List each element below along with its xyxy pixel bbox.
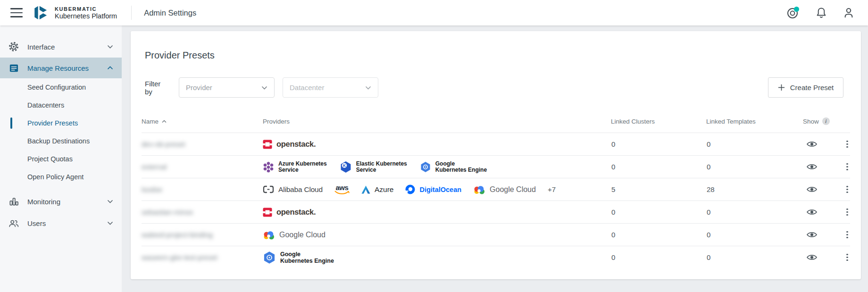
aks-icon — [263, 161, 274, 173]
more-providers-count: +7 — [548, 185, 556, 193]
preset-name-redacted: sebastian-minox — [142, 208, 193, 216]
manage-resources-icon — [8, 63, 19, 73]
provider-google-kubernetes-engine: GoogleKubernetes Engine — [420, 161, 487, 173]
alibaba-cloud-icon — [263, 185, 274, 193]
row-menu-icon[interactable] — [843, 209, 852, 216]
row-menu-icon[interactable] — [843, 163, 852, 171]
show-eye-icon[interactable] — [807, 163, 830, 170]
plus-icon — [778, 84, 785, 91]
sidebar-item-backup-destinations[interactable]: Backup Destinations — [0, 132, 122, 150]
main-content: Provider Presets Filter by Provider Data… — [122, 25, 868, 292]
provider-google-cloud: Google Cloud — [473, 185, 536, 194]
sort-ascending-icon — [162, 120, 167, 123]
provider-aws: aws — [334, 184, 350, 195]
show-eye-icon[interactable] — [807, 254, 830, 261]
table-row[interactable]: sebastian-minox openstack. — [142, 200, 850, 223]
sub-item-label: Datacenters — [27, 101, 64, 109]
sidebar-item-monitoring[interactable]: Monitoring — [0, 191, 122, 212]
provider-filter-placeholder: Provider — [186, 83, 212, 92]
create-preset-button[interactable]: Create Preset — [768, 77, 843, 98]
sidebar-item-seed-configuration[interactable]: Seed Configuration — [0, 78, 122, 96]
hamburger-menu-icon[interactable] — [10, 8, 23, 17]
preset-name-redacted: waleed-project-binding — [142, 231, 213, 239]
google-cloud-icon — [263, 230, 275, 240]
chevron-down-icon — [261, 86, 267, 90]
azure-icon — [361, 185, 370, 194]
table-row[interactable]: waleed-project-binding Goog — [142, 223, 850, 246]
sidebar-item-provider-presets[interactable]: Provider Presets — [0, 114, 122, 132]
table-row[interactable]: dev-ob-preset openstack. — [142, 133, 850, 155]
row-menu-icon[interactable] — [843, 186, 852, 193]
provider-azure-kubernetes-service: Azure KubernetesService — [263, 161, 327, 173]
provider-digitalocean: DigitalOcean — [405, 184, 461, 194]
chevron-down-icon — [107, 45, 113, 49]
info-icon[interactable]: i — [822, 117, 830, 125]
chevron-up-icon — [107, 66, 113, 70]
preset-name-redacted: external — [142, 163, 167, 171]
sidebar-item-datacenters[interactable]: Datacenters — [0, 96, 122, 114]
svg-text:K: K — [343, 163, 346, 167]
brand-subtitle: Kubernetes Platform — [55, 12, 117, 20]
bar-chart-icon — [8, 197, 19, 207]
row-menu-icon[interactable] — [843, 141, 852, 148]
gke-icon — [263, 251, 276, 264]
google-cloud-icon — [473, 185, 485, 194]
preset-name-redacted: loodse — [142, 185, 162, 193]
show-eye-icon[interactable] — [807, 186, 830, 193]
brand: KUBERMATIC Kubernetes Platform — [32, 4, 117, 22]
linked-templates-value: 0 — [706, 163, 803, 171]
column-header-linked-templates: Linked Templates — [706, 118, 803, 125]
sidebar-item-users[interactable]: Users — [0, 212, 122, 234]
table-row[interactable]: external — [142, 155, 850, 178]
linked-templates-value: 0 — [706, 231, 803, 239]
chevron-down-icon — [107, 221, 113, 225]
brand-name: KUBERMATIC — [55, 6, 117, 12]
sidebar-item-project-quotas[interactable]: Project Quotas — [0, 150, 122, 168]
linked-templates-value: 0 — [706, 253, 803, 261]
card-title: Provider Presets — [145, 50, 847, 61]
row-menu-icon[interactable] — [843, 254, 852, 261]
digitalocean-icon — [405, 184, 415, 194]
datacenter-filter-select[interactable]: Datacenter — [283, 77, 378, 98]
page-title: Admin Settings — [144, 8, 196, 17]
table-header-row: Name Providers Linked Clusters Linked Te… — [142, 110, 850, 133]
preset-name-redacted: dev-ob-preset — [142, 140, 185, 148]
provider-filter-select[interactable]: Provider — [179, 77, 275, 98]
user-account-icon[interactable] — [843, 7, 855, 19]
users-icon — [8, 218, 19, 228]
column-header-show: Show i — [803, 117, 830, 125]
changelog-icon[interactable] — [786, 6, 800, 20]
sidebar-item-interface[interactable]: Interface — [0, 36, 122, 58]
linked-clusters-value: 0 — [611, 253, 706, 261]
column-header-name[interactable]: Name — [142, 118, 263, 125]
sidebar-item-open-policy-agent[interactable]: Open Policy Agent — [0, 168, 122, 186]
sidebar-item-label: Users — [27, 219, 46, 227]
linked-clusters-value: 0 — [611, 140, 706, 148]
gke-icon — [420, 161, 431, 173]
datacenter-filter-placeholder: Datacenter — [290, 83, 324, 92]
show-eye-icon[interactable] — [807, 231, 830, 238]
notifications-bell-icon[interactable] — [815, 7, 827, 19]
provider-google-kubernetes-engine: GoogleKubernetes Engine — [263, 251, 334, 264]
sub-item-label: Project Quotas — [27, 155, 73, 163]
gear-icon — [8, 42, 19, 52]
linked-templates-value: 0 — [706, 140, 803, 148]
show-eye-icon[interactable] — [807, 209, 830, 216]
provider-openstack: openstack. — [263, 140, 316, 149]
sidebar: Interface Manage Resources Seed Configur… — [0, 25, 122, 292]
filter-by-label: Filter by — [145, 80, 169, 96]
row-menu-icon[interactable] — [843, 231, 852, 239]
sidebar-item-label: Interface — [27, 43, 55, 51]
column-header-providers: Providers — [263, 118, 611, 125]
sidebar-item-manage-resources[interactable]: Manage Resources — [0, 58, 122, 78]
column-header-linked-clusters: Linked Clusters — [611, 118, 706, 125]
divider — [131, 6, 132, 20]
eks-icon: K — [340, 161, 352, 173]
sidebar-item-label: Manage Resources — [27, 64, 89, 72]
table-row[interactable]: loodse Alibaba Cloud — [142, 178, 850, 200]
linked-templates-value: 0 — [706, 208, 803, 216]
linked-clusters-value: 0 — [611, 163, 706, 171]
show-eye-icon[interactable] — [807, 141, 830, 148]
openstack-icon — [263, 140, 272, 149]
table-row[interactable]: waseem-gke-test-preset GoogleKubernetes … — [142, 246, 850, 268]
